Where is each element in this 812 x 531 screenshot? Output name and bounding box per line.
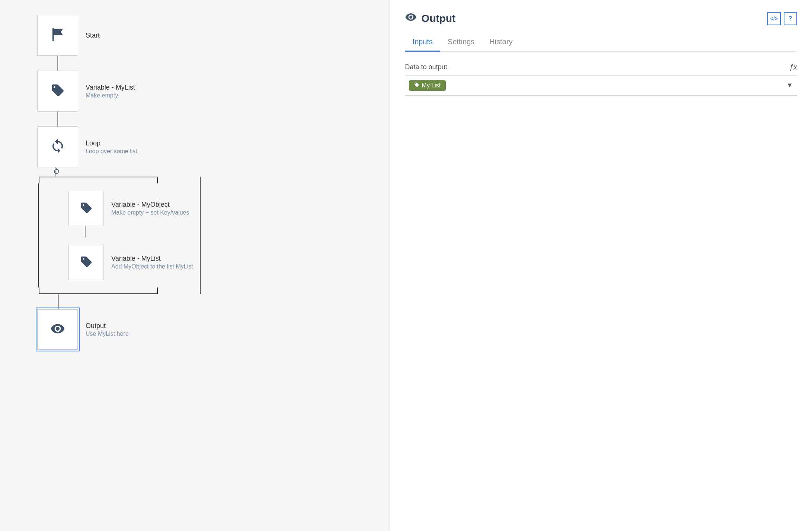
inner-connector: [85, 226, 86, 237]
tab-history[interactable]: History: [482, 33, 520, 52]
loop-inner-content: Variable - MyObject Make empty + set Key…: [39, 183, 201, 287]
tag-icon-2: [80, 202, 93, 216]
variable-mylist-label: Variable - MyList Make empty: [86, 84, 135, 99]
flow-container: Start Variable - MyList Make empty: [15, 15, 375, 350]
output-flow-node-box[interactable]: [37, 309, 78, 350]
variable-myobject-node[interactable]: Variable - MyObject Make empty + set Key…: [68, 191, 193, 226]
chip-label: My List: [422, 82, 441, 89]
loop-frame-container: Variable - MyObject Make empty + set Key…: [38, 177, 201, 294]
data-output-field[interactable]: My List ▼: [405, 75, 797, 96]
fx-button[interactable]: ƒx: [789, 63, 797, 71]
variable-mylist2-node[interactable]: Variable - MyList Add MyObject to the li…: [68, 245, 193, 280]
loop-right-border: [200, 177, 201, 294]
tab-inputs[interactable]: Inputs: [405, 33, 440, 52]
field-label-text: Data to output: [405, 63, 447, 71]
flag-icon: [50, 27, 65, 44]
variable-mylist2-box[interactable]: [68, 245, 104, 280]
help-button[interactable]: ?: [784, 12, 797, 25]
connector-2: [57, 112, 58, 126]
loop-node-box[interactable]: [37, 126, 78, 167]
start-node-box[interactable]: [37, 15, 78, 56]
dropdown-arrow[interactable]: ▼: [786, 81, 793, 89]
panel-title: Output: [405, 11, 455, 26]
output-flow-node[interactable]: Output Use MyList here: [37, 309, 129, 350]
variable-mylist2-label: Variable - MyList Add MyObject to the li…: [111, 255, 193, 270]
code-button[interactable]: </>: [767, 12, 781, 25]
code-icon: </>: [770, 16, 778, 22]
connector-1: [57, 56, 58, 71]
tabs: Inputs Settings History: [405, 33, 797, 52]
start-node[interactable]: Start: [37, 15, 100, 56]
eye-icon-panel: [405, 11, 417, 26]
loop-body: Variable - MyObject Make empty + set Key…: [38, 183, 201, 287]
eye-icon-flow: [50, 321, 65, 338]
panel-actions: </> ?: [767, 12, 797, 25]
my-list-chip[interactable]: My List: [409, 80, 446, 91]
field-label-row: Data to output ƒx: [405, 63, 797, 71]
panel-header: Output </> ?: [405, 11, 797, 26]
variable-mylist-node-box[interactable]: [37, 71, 78, 112]
inputs-section: Data to output ƒx My List ▼: [405, 63, 797, 96]
loop-label: Loop Loop over some list: [86, 139, 137, 155]
loop-node[interactable]: Loop Loop over some list: [37, 126, 137, 167]
connector-output: [58, 294, 59, 309]
tag-chip-icon: [414, 82, 419, 88]
tab-settings[interactable]: Settings: [440, 33, 482, 52]
variable-myobject-box[interactable]: [68, 191, 104, 226]
variable-myobject-label: Variable - MyObject Make empty + set Key…: [111, 201, 189, 216]
loop-bottom-bar: [39, 287, 158, 294]
variable-mylist-node[interactable]: Variable - MyList Make empty: [37, 71, 135, 112]
output-flow-label: Output Use MyList here: [86, 322, 129, 337]
panel-title-text: Output: [421, 13, 455, 25]
tag-icon-3: [80, 255, 93, 270]
loop-icon: [50, 138, 65, 155]
loop-repeat-icon: [53, 168, 60, 177]
tag-icon-1: [51, 83, 65, 99]
start-label: Start: [86, 32, 100, 39]
right-panel: Output </> ? Inputs Settings History Dat…: [390, 0, 812, 531]
flow-panel: Start Variable - MyList Make empty: [0, 0, 390, 531]
help-icon: ?: [789, 15, 792, 22]
